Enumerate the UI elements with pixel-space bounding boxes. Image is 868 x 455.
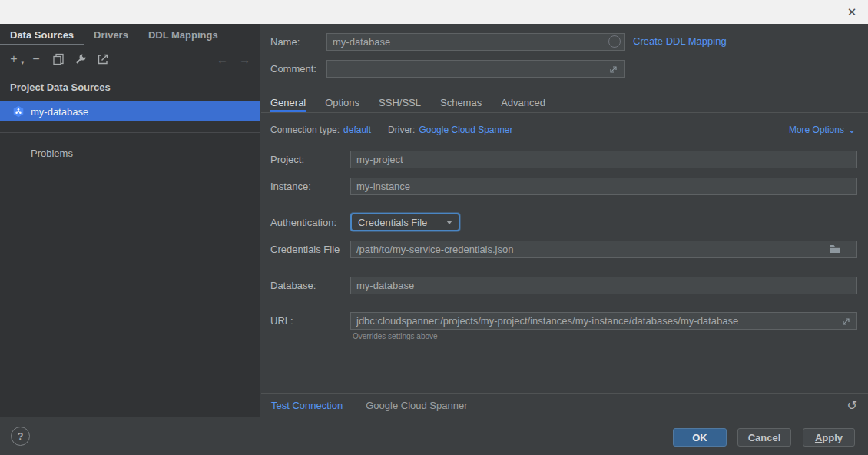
test-connection-row: Test Connection Google Cloud Spanner ↺ — [271, 394, 857, 417]
problems-label[interactable]: Problems — [31, 148, 260, 159]
more-options-link[interactable]: More Options — [789, 125, 844, 135]
database-input[interactable] — [350, 277, 857, 294]
driver-label: Driver: — [388, 125, 415, 135]
url-label: URL: — [270, 312, 293, 330]
main-panel: Name: Create DDL Mapping Comment: Genera… — [261, 24, 868, 417]
form-tabs: General Options SSH/SSL Schemas Advanced — [261, 92, 868, 113]
connection-type-value-link[interactable]: default — [343, 125, 371, 135]
url-expand-icon[interactable] — [841, 317, 851, 329]
add-icon[interactable]: + ▾ — [8, 53, 20, 65]
dialog-footer: ? OK Cancel Apply — [0, 417, 868, 455]
create-ddl-mapping-link[interactable]: Create DDL Mapping — [633, 35, 727, 47]
connection-type-label: Connection type: — [270, 125, 340, 135]
project-data-sources-title: Project Data Sources — [10, 81, 260, 93]
project-input[interactable] — [350, 151, 857, 168]
tab-drivers[interactable]: Drivers — [84, 25, 138, 45]
revert-icon[interactable]: ↺ — [847, 398, 857, 413]
tab-options[interactable]: Options — [325, 92, 359, 112]
url-input[interactable] — [350, 312, 857, 330]
tab-ssh-ssl[interactable]: SSH/SSL — [379, 92, 421, 112]
comment-input[interactable] — [326, 60, 625, 78]
tab-data-sources[interactable]: Data Sources — [0, 25, 84, 45]
authentication-select[interactable]: Credentials File — [350, 213, 460, 231]
add-dropdown-icon: ▾ — [21, 58, 24, 68]
credentials-file-label: Credentials File — [270, 241, 340, 258]
export-icon[interactable] — [97, 53, 109, 65]
data-source-item-label: my-database — [31, 106, 88, 118]
dropdown-arrow-icon — [446, 221, 452, 224]
back-arrow-icon[interactable]: ← — [217, 53, 228, 66]
sidebar-divider — [0, 132, 260, 133]
name-input[interactable] — [326, 33, 625, 51]
spanner-icon — [12, 105, 25, 118]
close-icon[interactable]: ✕ — [842, 3, 862, 21]
project-label: Project: — [270, 151, 304, 168]
tab-ddl-mappings[interactable]: DDL Mappings — [138, 25, 228, 45]
refresh-circle-icon — [608, 35, 621, 48]
help-button[interactable]: ? — [11, 427, 30, 446]
apply-rest: pply — [822, 432, 843, 443]
name-label: Name: — [270, 33, 300, 51]
authentication-label: Authentication: — [270, 214, 336, 231]
instance-input[interactable] — [350, 178, 857, 195]
driver-value-link[interactable]: Google Cloud Spanner — [419, 125, 512, 135]
credentials-file-input[interactable] — [350, 241, 857, 258]
folder-icon[interactable] — [830, 244, 841, 256]
authentication-selected-value: Credentials File — [358, 217, 427, 228]
apply-accesskey: A — [815, 432, 822, 443]
test-connection-link[interactable]: Test Connection — [271, 400, 343, 411]
tab-advanced[interactable]: Advanced — [501, 92, 545, 112]
test-driver-name: Google Cloud Spanner — [366, 400, 467, 411]
apply-button[interactable]: Apply — [803, 428, 855, 447]
url-note: Overrides settings above — [353, 332, 438, 340]
data-source-item[interactable]: my-database — [0, 101, 260, 121]
instance-label: Instance: — [270, 178, 311, 195]
tab-schemas[interactable]: Schemas — [440, 92, 482, 112]
forward-arrow-icon[interactable]: → — [239, 53, 250, 66]
expand-icon[interactable] — [608, 65, 618, 77]
wrench-icon[interactable] — [75, 53, 87, 65]
cancel-button[interactable]: Cancel — [737, 428, 791, 447]
tab-general[interactable]: General — [270, 92, 306, 112]
duplicate-icon[interactable] — [52, 53, 65, 65]
window-titlebar: ✕ — [0, 0, 868, 24]
sidebar-tabs: Data Sources Drivers DDL Mappings — [0, 25, 260, 45]
connection-type-row: Connection type: default Driver: Google … — [270, 121, 856, 138]
remove-icon[interactable]: − — [30, 53, 42, 65]
sidebar: Data Sources Drivers DDL Mappings + ▾ − — [0, 24, 260, 417]
ok-button[interactable]: OK — [673, 428, 727, 447]
database-label: Database: — [270, 277, 316, 294]
chevron-down-icon: ⌄ — [848, 125, 856, 135]
sidebar-toolbar: + ▾ − ← → — [0, 48, 260, 71]
comment-label: Comment: — [270, 60, 316, 78]
